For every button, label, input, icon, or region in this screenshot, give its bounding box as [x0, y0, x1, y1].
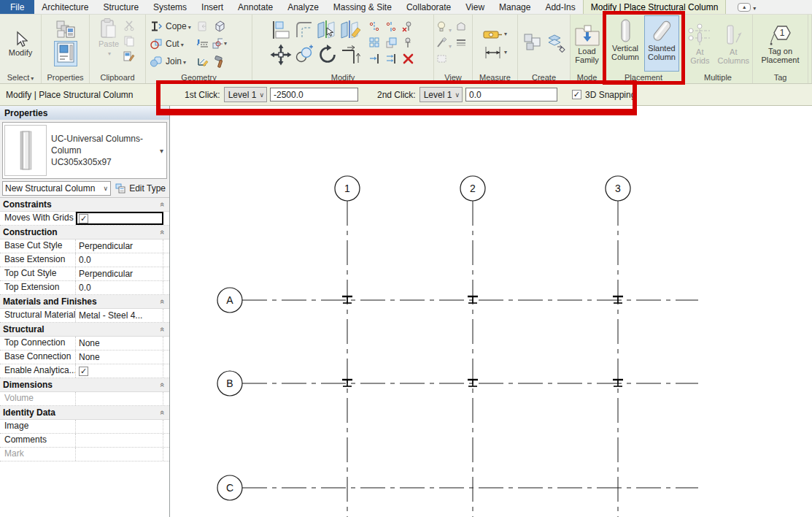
trim-extend-corner-button[interactable]: [340, 44, 362, 68]
grid-line-C[interactable]: C: [217, 475, 698, 500]
slanted-column-button[interactable]: Slanted Column: [644, 15, 679, 72]
section-header[interactable]: Structural«: [0, 323, 169, 337]
property-checkbox[interactable]: [79, 367, 88, 376]
family-types-icon[interactable]: [56, 20, 75, 39]
solid-box-icon[interactable]: [212, 20, 227, 33]
tab-view[interactable]: View: [458, 0, 492, 14]
property-value[interactable]: Perpendicular: [76, 267, 163, 280]
hammer-icon[interactable]: [212, 55, 227, 68]
instance-filter-select[interactable]: New Structural Column: [2, 181, 111, 196]
trim-extend-single-button[interactable]: [368, 53, 381, 67]
grid-line-B[interactable]: B: [217, 371, 698, 396]
type-selector[interactable]: UC-Universal Columns- Column UC305x305x9…: [2, 122, 167, 179]
tab-structure[interactable]: Structure: [96, 0, 146, 14]
property-value[interactable]: [76, 434, 163, 447]
select-panel-label[interactable]: Select: [0, 72, 41, 83]
cut-button[interactable]: Cut: [166, 39, 193, 49]
tab-collaborate[interactable]: Collaborate: [399, 0, 458, 14]
scale-button[interactable]: [385, 37, 398, 51]
rotate-button[interactable]: [317, 44, 339, 68]
beam-levels-icon[interactable]: [196, 37, 210, 50]
tab-manage[interactable]: Manage: [492, 0, 538, 14]
property-value[interactable]: None: [76, 337, 163, 350]
palette-collapse-icon[interactable]: [162, 108, 165, 118]
create-group-button[interactable]: [522, 32, 543, 55]
section-collapse-icon[interactable]: «: [158, 299, 167, 304]
section-collapse-icon[interactable]: «: [158, 230, 167, 234]
section-header[interactable]: Constraints«: [0, 198, 169, 212]
tab-analyze[interactable]: Analyze: [280, 0, 326, 14]
chevron-down-icon[interactable]: [753, 2, 756, 12]
view-brush-button[interactable]: [436, 37, 455, 50]
type-selector-dropdown-icon[interactable]: ▾: [158, 147, 165, 155]
3d-snapping-checkbox[interactable]: [572, 90, 581, 99]
property-value[interactable]: 0.0: [76, 281, 163, 294]
vertical-column-button[interactable]: Vertical Column: [608, 15, 643, 72]
split-with-gap-button[interactable]: [385, 20, 398, 35]
property-value[interactable]: [76, 212, 163, 225]
second-click-offset-input[interactable]: 0.0: [465, 88, 557, 102]
first-click-level-select[interactable]: Level 1: [224, 87, 267, 102]
section-collapse-icon[interactable]: «: [158, 410, 167, 415]
paste-button[interactable]: Paste: [98, 18, 119, 58]
join-geometry-icon[interactable]: [149, 55, 163, 68]
property-value[interactable]: 0.0: [76, 253, 163, 267]
mirror-pick-axis-button[interactable]: [317, 19, 339, 43]
section-collapse-icon[interactable]: «: [158, 383, 167, 387]
cope-button[interactable]: Cope: [166, 21, 193, 31]
second-click-level-select[interactable]: Level 1: [419, 87, 463, 102]
tab-insert[interactable]: Insert: [194, 0, 231, 14]
aligned-dimension-button[interactable]: [483, 45, 507, 60]
pin-button[interactable]: [402, 37, 414, 51]
section-header[interactable]: Materials and Finishes«: [0, 295, 169, 309]
grid-line-2[interactable]: 2: [460, 176, 485, 517]
ribbon-display-toggle[interactable]: [738, 2, 756, 12]
property-value[interactable]: [76, 448, 163, 461]
property-checkbox[interactable]: [79, 214, 88, 223]
modify-button[interactable]: Modify: [7, 28, 34, 59]
tab-systems[interactable]: Systems: [146, 0, 194, 14]
mirror-draw-axis-button[interactable]: [340, 19, 362, 43]
load-family-button[interactable]: Load Family: [572, 21, 602, 66]
section-header[interactable]: Identity Data«: [0, 406, 169, 420]
view-lightbulb-button[interactable]: [436, 20, 455, 34]
property-value[interactable]: [76, 364, 163, 378]
cope-icon[interactable]: [149, 20, 163, 33]
section-header[interactable]: Construction«: [0, 226, 169, 240]
view-hidden-box-button[interactable]: [436, 53, 455, 66]
split-element-button[interactable]: [368, 20, 381, 35]
join-button[interactable]: Join: [166, 56, 193, 66]
create-similar-button[interactable]: [546, 32, 566, 55]
property-value[interactable]: None: [76, 351, 163, 364]
tab-annotate[interactable]: Annotate: [231, 0, 280, 14]
measure-button[interactable]: [483, 28, 507, 41]
delete-button[interactable]: [402, 53, 414, 67]
tab-modify-contextual[interactable]: Modify | Place Structural Column: [583, 0, 727, 14]
property-value[interactable]: Metal - Steel 4...: [76, 309, 163, 322]
edit-type-button[interactable]: Edit Type: [114, 183, 167, 194]
drawing-area[interactable]: 123ABC: [170, 106, 812, 517]
view-building-button[interactable]: [455, 20, 470, 34]
trim-extend-multiple-button[interactable]: [385, 53, 398, 67]
cut-geometry-icon[interactable]: [149, 37, 163, 50]
first-click-offset-input[interactable]: -2500.0: [270, 88, 358, 102]
beam-system-pencil-icon[interactable]: [196, 55, 210, 68]
align-button[interactable]: [271, 20, 291, 42]
grid-line-A[interactable]: A: [217, 288, 698, 313]
thin-lines-button[interactable]: [455, 37, 470, 50]
grid-line-1[interactable]: 1: [335, 176, 360, 517]
property-value[interactable]: [76, 392, 163, 405]
ribbon-minimize-icon[interactable]: [738, 3, 751, 12]
section-collapse-icon[interactable]: «: [158, 202, 167, 207]
section-collapse-icon[interactable]: «: [158, 327, 167, 332]
tab-architecture[interactable]: Architecture: [34, 0, 96, 14]
paste-dropdown-icon[interactable]: [107, 48, 111, 58]
array-button[interactable]: [368, 37, 381, 51]
properties-panel-label[interactable]: Properties: [42, 72, 89, 83]
offset-button[interactable]: [294, 20, 314, 42]
copy-button[interactable]: [294, 45, 314, 67]
unpin-button[interactable]: [402, 20, 414, 35]
property-value[interactable]: Perpendicular: [76, 240, 163, 253]
tag-on-placement-button[interactable]: 1 Tag on Placement: [754, 21, 806, 66]
move-button[interactable]: [270, 44, 292, 68]
